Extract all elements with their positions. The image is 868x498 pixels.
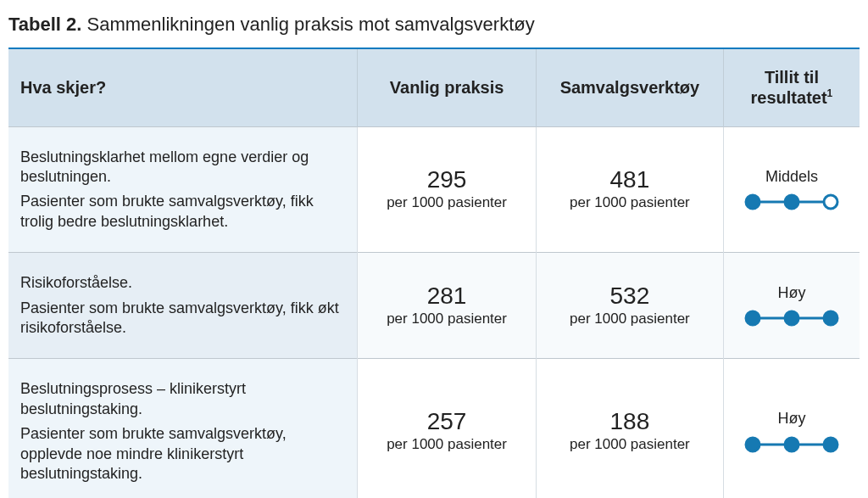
value-standard: 281per 1000 pasienter bbox=[358, 253, 537, 359]
trust-label: Høy bbox=[736, 283, 848, 303]
table-row: Beslutningsklarhet mellom egne verdier o… bbox=[8, 126, 860, 253]
value-tool: 532per 1000 pasienter bbox=[536, 253, 723, 359]
value-number: 295 bbox=[370, 167, 524, 193]
table-row: Risikoforståelse.Pasienter som brukte sa… bbox=[8, 253, 860, 359]
svg-point-2 bbox=[785, 195, 798, 209]
row-lead: Beslutningsklarhet mellom egne verdier o… bbox=[20, 148, 345, 187]
row-detail: Pasienter som brukte samvalgsverktøy, fi… bbox=[20, 192, 345, 232]
trust-scale-icon bbox=[736, 434, 848, 455]
row-description: Beslutningsklarhet mellom egne verdier o… bbox=[8, 126, 358, 253]
trust-scale-icon bbox=[736, 308, 848, 328]
value-unit: per 1000 pasienter bbox=[548, 435, 711, 454]
col-trust: Tillit til resultatet1 bbox=[723, 49, 860, 126]
value-number: 188 bbox=[548, 409, 711, 435]
col-standard: Vanlig praksis bbox=[358, 49, 537, 126]
row-lead: Risikoforståelse. bbox=[20, 273, 345, 293]
value-unit: per 1000 pasienter bbox=[370, 435, 524, 454]
svg-point-9 bbox=[746, 438, 760, 451]
row-detail: Pasienter som brukte samvalgsverktøy, op… bbox=[20, 424, 345, 484]
svg-point-1 bbox=[746, 195, 760, 209]
comparison-table: Hva skjer? Vanlig praksis Samvalgsverktø… bbox=[8, 49, 860, 498]
value-number: 281 bbox=[370, 283, 524, 310]
svg-point-7 bbox=[824, 311, 837, 325]
col-what: Hva skjer? bbox=[8, 49, 358, 126]
value-tool: 481per 1000 pasienter bbox=[536, 126, 723, 253]
table-row: Beslutningsprosess – klinikerstyrt beslu… bbox=[8, 359, 860, 498]
col-trust-sup: 1 bbox=[827, 87, 833, 99]
value-unit: per 1000 pasienter bbox=[370, 193, 524, 212]
trust-cell: Høy bbox=[723, 359, 860, 498]
svg-point-6 bbox=[785, 311, 798, 325]
trust-label: Høy bbox=[736, 409, 848, 428]
svg-point-11 bbox=[824, 438, 837, 451]
svg-point-10 bbox=[785, 438, 798, 451]
value-number: 532 bbox=[548, 283, 711, 310]
row-lead: Beslutningsprosess – klinikerstyrt beslu… bbox=[20, 379, 345, 419]
trust-scale-icon bbox=[736, 192, 848, 212]
row-detail: Pasienter som brukte samvalgsverktøy, fi… bbox=[20, 299, 345, 339]
value-unit: per 1000 pasienter bbox=[548, 310, 711, 328]
row-description: Beslutningsprosess – klinikerstyrt beslu… bbox=[8, 359, 358, 498]
value-unit: per 1000 pasienter bbox=[548, 193, 711, 212]
value-tool: 188per 1000 pasienter bbox=[536, 359, 723, 498]
row-description: Risikoforståelse.Pasienter som brukte sa… bbox=[8, 253, 358, 359]
value-number: 481 bbox=[548, 167, 711, 193]
col-trust-label: Tillit til resultatet bbox=[751, 68, 827, 107]
svg-point-3 bbox=[824, 195, 837, 209]
title-prefix: Tabell 2. bbox=[8, 14, 81, 35]
value-standard: 257per 1000 pasienter bbox=[358, 359, 537, 498]
title-rest: Sammenlikningen vanlig praksis mot samva… bbox=[87, 14, 535, 35]
col-tool: Samvalgsverktøy bbox=[536, 49, 723, 126]
svg-point-5 bbox=[746, 311, 760, 325]
trust-label: Middels bbox=[736, 167, 848, 187]
value-standard: 295per 1000 pasienter bbox=[358, 126, 537, 253]
value-number: 257 bbox=[370, 409, 524, 435]
trust-cell: Middels bbox=[723, 126, 860, 253]
trust-cell: Høy bbox=[723, 253, 860, 359]
value-unit: per 1000 pasienter bbox=[370, 310, 524, 328]
table-title: Tabell 2. Sammenlikningen vanlig praksis… bbox=[8, 14, 860, 36]
